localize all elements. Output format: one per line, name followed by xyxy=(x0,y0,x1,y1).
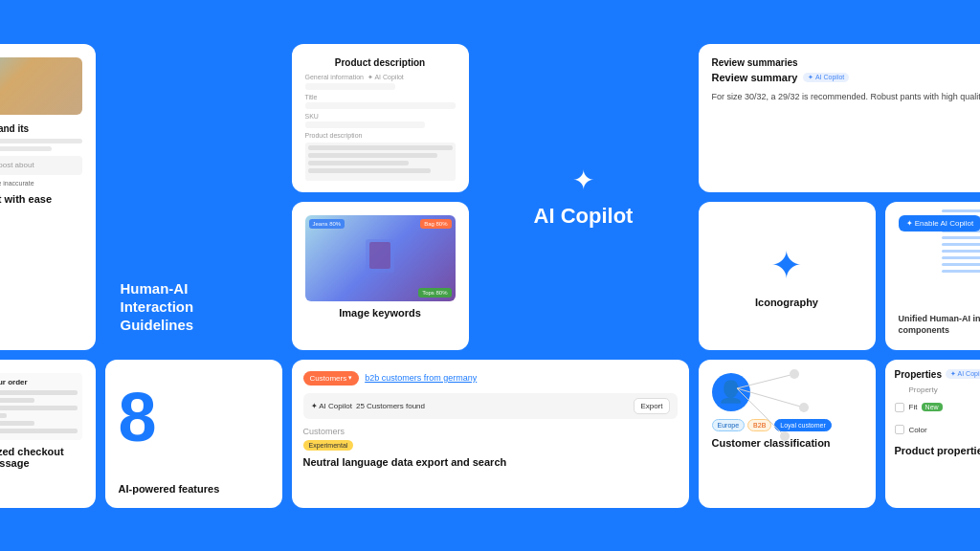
ai-warning-text: AI responses can be inaccurate xyxy=(0,179,82,187)
props-bottom-label: Product properties xyxy=(895,445,981,456)
guidelines-card: Human-AIInteractionGuidelines xyxy=(105,44,282,350)
thank-you-text: Thank you for your order xyxy=(0,378,78,386)
tag-loyal-customer: Loyal customer xyxy=(774,419,831,431)
content-ease-card: Southern Italy and its Write a short blo… xyxy=(0,44,96,350)
enable-copilot-card: ✦ Enable AI Copilot Unified Human-AI int… xyxy=(885,202,981,350)
ta-line xyxy=(308,168,431,173)
svg-rect-1 xyxy=(369,242,390,269)
hero-title: AI Copilot xyxy=(534,204,634,229)
tag-europe: Europe xyxy=(712,419,746,431)
hero-card: ✦ AI Copilot xyxy=(479,44,689,350)
image-keywords-title: Image keywords xyxy=(305,307,456,319)
color-prop: Color xyxy=(909,426,980,434)
form-label-4: Product description xyxy=(305,132,456,139)
props-row-color: Color Blue Olive greenNew xyxy=(895,421,981,439)
props-table: Property Options Fit New RegularNew Slim… xyxy=(895,386,981,439)
receipt-mock: Thank you for your order xyxy=(0,373,82,440)
review-ai-badge: ✦ AI Copilot xyxy=(803,73,849,82)
props-header-row: Property Options xyxy=(895,386,981,394)
user-avatar: 👤 xyxy=(712,373,750,411)
card-title: Content with ease xyxy=(0,193,82,205)
landscape-image xyxy=(0,57,82,115)
sparkle-large-icon: ✦ xyxy=(770,243,803,287)
checkout-title: Personalized checkout message xyxy=(0,446,82,469)
search-query-text[interactable]: b2b customers from germany xyxy=(365,373,477,383)
found-text: 25 Customers found xyxy=(356,402,425,410)
classification-tags: Europe B2B Loyal customer xyxy=(712,419,862,431)
svg-point-6 xyxy=(799,403,809,412)
image-keywords-card: Jeans 80% Bag 80% Tops 80% Image keyword… xyxy=(292,202,469,350)
ai-row-left: ✦ AI Copilot 25 Customers found xyxy=(311,402,426,410)
data-export-card: Customers ▾ b2b customers from germany ✦… xyxy=(292,360,689,508)
product-props-card: Properties ✦ AI Copilot Property Options… xyxy=(885,360,981,508)
card-heading: Southern Italy and its xyxy=(0,122,82,135)
tag-b2b: B2B xyxy=(747,419,771,431)
img-tag-jeans: Jeans 80% xyxy=(309,219,345,229)
ta-line xyxy=(308,145,453,150)
chevron-down-icon: ▾ xyxy=(348,374,352,382)
form-label-2: Title xyxy=(305,94,456,100)
color-checkbox[interactable] xyxy=(895,425,904,434)
text-line xyxy=(0,139,82,143)
ta-line xyxy=(308,161,410,165)
ai-results-row: ✦ AI Copilot 25 Customers found Export xyxy=(303,393,678,419)
form-field-1 xyxy=(305,83,395,90)
img-tag-bag: Bag 80% xyxy=(420,219,451,229)
guidelines-title: Human-AIInteractionGuidelines xyxy=(121,280,267,334)
ai8-title: AI-powered features xyxy=(119,483,220,495)
props-title: Properties xyxy=(895,369,942,380)
classify-title: Customer classification xyxy=(712,437,862,449)
form-label-1: General information ✦ AI Copilot xyxy=(305,74,456,81)
fit-new-badge: New xyxy=(922,403,943,411)
fit-prop: Fit New xyxy=(909,403,980,411)
fit-checkbox[interactable] xyxy=(895,403,904,412)
props-header: Properties ✦ AI Copilot xyxy=(895,369,981,380)
enable-copilot-button[interactable]: ✦ Enable AI Copilot xyxy=(899,215,981,231)
product-desc-card: Product description General information … xyxy=(292,44,469,192)
customers-section-label: Customers xyxy=(303,427,678,436)
customers-pill-label: Customers xyxy=(310,374,347,383)
clothing-icon xyxy=(356,234,404,282)
sparkle-hero-icon: ✦ xyxy=(572,165,594,196)
classify-card: 👤 Europe B2B Loyal customer Customer cla… xyxy=(699,360,876,508)
enable-desc: Unified Human-AI interaction components xyxy=(899,314,981,336)
export-card-title: Neutral language data export and search xyxy=(303,456,678,468)
review-body: For size 30/32, a 29/32 is recommended. … xyxy=(712,91,981,103)
svg-point-5 xyxy=(790,369,799,379)
props-row-fit: Fit New RegularNew SlimNew xyxy=(895,399,981,416)
form-field-2 xyxy=(305,102,456,109)
col-property: Property xyxy=(909,386,980,394)
export-button[interactable]: Export xyxy=(634,398,669,414)
ta-line xyxy=(308,153,438,158)
review-sub-title: Review summary xyxy=(712,72,798,83)
form-label-3: SKU xyxy=(305,113,456,120)
iconography-card: ✦ Iconography xyxy=(699,202,876,350)
customers-pill[interactable]: Customers ▾ xyxy=(303,371,360,386)
form-field-3 xyxy=(305,121,426,128)
checkout-card: Thank you for your order Personalized ch… xyxy=(0,360,96,508)
ai-copilot-label: ✦ AI Copilot xyxy=(311,402,352,410)
ai8-card: 8 AI-powered features xyxy=(105,360,282,508)
product-textarea[interactable] xyxy=(305,143,456,181)
ai-feature-count: 8 xyxy=(119,383,157,452)
experimental-badge: Experimental xyxy=(303,440,354,451)
export-search-row: Customers ▾ b2b customers from germany xyxy=(303,371,678,386)
props-ai-badge: ✦ AI Copilot xyxy=(946,369,980,379)
review-top-label: Review summaries xyxy=(712,57,981,68)
product-image-mock: Jeans 80% Bag 80% Tops 80% xyxy=(305,215,456,301)
review-summaries-card: Review summaries Review summary ✦ AI Cop… xyxy=(699,44,981,192)
img-tag-tops: Tops 80% xyxy=(418,288,451,298)
product-desc-title: Product description xyxy=(305,57,456,68)
text-line xyxy=(0,146,52,151)
iconography-title: Iconography xyxy=(755,297,818,308)
write-prompt-box[interactable]: Write a short blog post about xyxy=(0,156,82,175)
main-grid: Southern Italy and its Write a short blo… xyxy=(0,25,980,527)
